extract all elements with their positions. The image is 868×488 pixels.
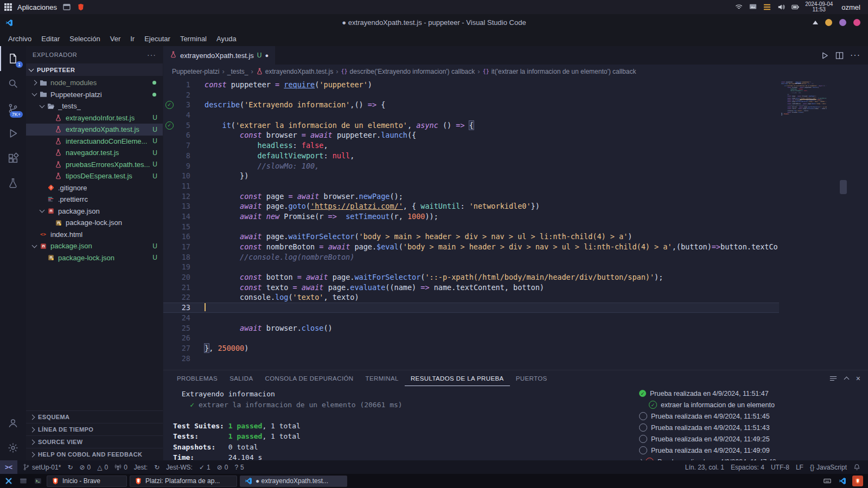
menu-terminal[interactable]: Terminal [175,33,212,44]
modified-dot-icon[interactable]: ● [265,52,269,59]
panel-maximize-icon[interactable] [844,376,849,382]
tree-item-gitignore[interactable]: .gitignore [26,182,163,194]
code-line-12[interactable]: 12 const page = await browser.newPage(); [163,191,779,202]
tree-item-puppeteer-platzi[interactable]: Puppeteer-platzi [26,89,163,101]
workspace-section-header[interactable]: PUPPETEER [26,63,163,76]
code-line-13[interactable]: 13 await page.goto('https://platzi.com/'… [163,201,779,211]
sidebar-section-source-view[interactable]: SOURCE VIEW [26,435,163,448]
statusbar-jest-ws-status[interactable]: Jest-WS: [163,460,196,474]
volume-icon[interactable] [777,3,786,11]
code-line-2[interactable]: 2 [163,90,779,100]
tree-item-tests[interactable]: _tests_ [26,100,163,112]
activity-settings[interactable] [0,435,26,460]
battery-icon[interactable] [791,3,800,11]
run-tests-icon[interactable] [821,52,829,60]
user-menu[interactable]: ozmel [841,3,860,11]
panel-tab-problemas[interactable]: PROBLEMAS [171,370,224,386]
code-line-24[interactable]: 24 [163,313,779,323]
clipboard-list-icon[interactable] [763,3,771,11]
code-line-18[interactable]: 18 //console.log(nombreBoton) [163,252,779,262]
launcher-icon[interactable] [3,476,15,486]
statusbar-indentation[interactable]: Espacios: 4 [727,460,768,474]
menu-ejecutar[interactable]: Ejecutar [139,33,175,44]
panel-tab-consola-de-depuraci-n[interactable]: CONSOLA DE DEPURACIÓN [259,370,360,386]
brave-shield-icon[interactable] [76,3,85,11]
network-icon[interactable] [735,3,743,11]
code-line-11[interactable]: 11 [163,181,779,191]
statusbar-git-sync[interactable]: ↻ [64,460,76,474]
tree-item-interactuandoconeleme[interactable]: interactuandoConEleme...U [26,136,163,147]
sidebar-section-help-on-cobol-and-feedback[interactable]: HELP ON COBOL AND FEEDBACK [26,448,163,460]
statusbar-problems-warnings[interactable]: △0 [94,460,111,474]
code-line-6[interactable]: 6 const browser = await puppeteer.launch… [163,130,779,140]
activity-explorer[interactable]: 1 [0,46,26,71]
code-line-27[interactable]: 27}, 250000) [163,343,779,354]
display-icon[interactable] [749,3,757,11]
code-line-17[interactable]: 17 const nombreBoton = await page.$eval(… [163,242,779,252]
statusbar-jest-ws-fail[interactable]: ⊘0 [214,460,232,474]
tree-item-navegador-test-js[interactable]: navegador.test.jsU [26,147,163,159]
statusbar-remote-indicator[interactable]: >< [0,460,17,474]
code-line-23[interactable]: 23 [163,303,779,313]
statusbar-radio-tower[interactable]: 0 [111,460,131,474]
statusbar-jest-status[interactable]: Jest: [131,460,151,474]
statusbar-git-branch[interactable]: setUp-01* [20,460,64,474]
more-actions-icon[interactable]: ··· [850,50,860,60]
clock[interactable]: 2024-09-04 11:53 [805,2,833,12]
code-line-20[interactable]: 20 const botton = await page.waitForSele… [163,272,779,282]
sidebar-section-esquema[interactable]: ESQUEMA [26,410,163,423]
sidebar-section-l-nea-de-tiempo[interactable]: LÍNEA DE TIEMPO [26,423,163,435]
code-line-28[interactable]: 28 [163,354,779,364]
tree-item-package-json[interactable]: package.json [26,206,163,217]
breadcrumb-item[interactable]: Puppeteer-platzi [172,68,219,75]
sidebar-actions-icon[interactable]: ··· [147,50,156,59]
tree-item-extrayendoxpath-test-js[interactable]: extrayendoXpath.test.jsU [26,124,163,136]
breadcrumb-item[interactable]: {}it('extraer la informacion de un eleme… [483,68,636,75]
code-line-16[interactable]: 16 await page.waitForSelector('body > ma… [163,232,779,242]
code-line-19[interactable]: 19 [163,262,779,272]
terminal-launcher-icon[interactable] [32,476,44,486]
editor-tab[interactable]: extrayendoXpath.test.js U ● [163,46,275,65]
code-area[interactable]: 1const puppeteer = require('puppeteer')2… [163,78,779,370]
code-line-7[interactable]: 7 headless: false, [163,140,779,151]
file-manager-icon[interactable] [17,476,29,486]
split-editor-icon[interactable] [835,52,844,60]
window-minimize-button[interactable] [825,19,832,26]
vscode-tray-icon[interactable] [837,476,848,486]
window-close-button[interactable] [853,19,860,26]
minimap[interactable]: const puppeteer = require('puppeteer')de… [779,78,868,370]
tree-item-pruebaserroresxpath-tes[interactable]: pruebasErroresXpath.tes...U [26,159,163,171]
menu-ayuda[interactable]: Ayuda [212,33,241,44]
taskbar-window-platzi-plataforma-de-ap[interactable]: Platzi: Plataforma de ap... [130,476,237,487]
test-pass-gutter-icon[interactable]: ✓ [165,121,174,130]
window-indicator-icon[interactable] [62,3,71,11]
panel-close-icon[interactable]: × [856,374,860,383]
test-result-item[interactable]: Prueba realizada en 4/9/2024, 11:51:45 [631,410,868,422]
statusbar-language-mode[interactable]: {}JavaScript [807,460,850,474]
applications-menu-icon[interactable] [4,3,12,11]
code-line-5[interactable]: ✓5 it('extraer la informacion de un elem… [163,120,779,131]
menu-archivo[interactable]: Archivo [3,33,36,44]
menu-selecci-n[interactable]: Selección [65,33,105,44]
brave-tray-icon[interactable] [852,476,863,486]
keyboard-layout-icon[interactable] [822,476,833,486]
code-line-9[interactable]: 9 //slowMo: 100, [163,161,779,171]
panel-tab-puertos[interactable]: PUERTOS [510,370,553,386]
menu-editar[interactable]: Editar [36,33,65,44]
code-line-15[interactable]: 15 [163,222,779,232]
test-result-item[interactable]: ✓Prueba realizada en 4/9/2024, 11:51:47 [631,388,868,399]
statusbar-eol[interactable]: LF [793,460,807,474]
panel-tab-resultados-de-la-prueba[interactable]: RESULTADOS DE LA PRUEBA [405,370,510,386]
statusbar-problems-errors[interactable]: ⊘0 [76,460,94,474]
tree-item-node-modules[interactable]: node_modules [26,77,163,89]
scrollbar-thumb[interactable] [840,180,847,194]
menu-ir[interactable]: Ir [125,33,139,44]
activity-extensions[interactable] [0,146,26,171]
test-result-item[interactable]: ✕Prueba realizada en 4/9/2024, 11:47:48 [631,456,868,460]
test-pass-gutter-icon[interactable]: ✓ [165,101,174,109]
breadcrumb-item[interactable]: extrayendoXpath.test.js [256,68,333,75]
tree-item-package-json[interactable]: package.jsonU [26,240,163,252]
code-line-1[interactable]: 1const puppeteer = require('puppeteer') [163,80,779,90]
statusbar-notifications-bell[interactable] [850,460,864,474]
tree-item-prettierrc[interactable]: .prettierrc [26,194,163,206]
